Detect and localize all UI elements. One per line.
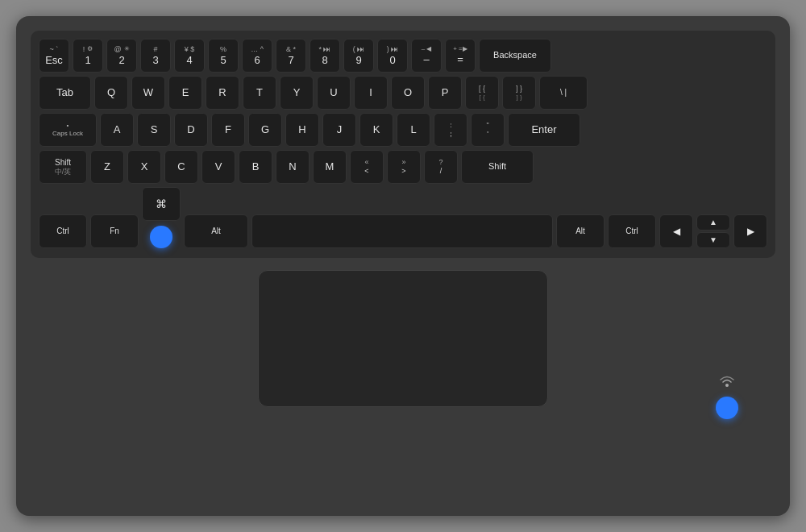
svg-point-0	[725, 384, 729, 387]
key-enter[interactable]: Enter	[508, 113, 580, 147]
key-backspace[interactable]: Backspace	[479, 39, 551, 73]
key-backslash[interactable]: \ |	[539, 76, 588, 110]
key-arrow-right[interactable]: ▶	[733, 214, 767, 248]
key-comma[interactable]: « <	[350, 150, 384, 184]
key-cmd[interactable]: ⌘	[142, 187, 181, 221]
key-7[interactable]: & * 7	[276, 39, 306, 73]
key-1[interactable]: !⚙ 1	[73, 39, 103, 73]
key-space[interactable]	[251, 214, 553, 248]
key-x[interactable]: X	[127, 150, 161, 184]
touchpad-area	[135, 266, 671, 407]
key-w[interactable]: W	[131, 76, 165, 110]
key-shift-right[interactable]: Shift	[461, 150, 534, 184]
key-fn[interactable]: Fn	[90, 214, 139, 248]
key-tab[interactable]: Tab	[39, 76, 91, 110]
key-6[interactable]: … ^ 6	[242, 39, 272, 73]
key-period[interactable]: » >	[387, 150, 421, 184]
key-r[interactable]: R	[206, 76, 239, 110]
key-g[interactable]: G	[248, 113, 282, 147]
right-side	[679, 266, 775, 427]
key-i[interactable]: I	[354, 76, 388, 110]
key-shift-left[interactable]: Shift 中/英	[39, 150, 87, 184]
key-k[interactable]: K	[359, 113, 393, 147]
key-equals[interactable]: + =▶ =	[445, 39, 476, 73]
key-2[interactable]: @✳ 2	[106, 39, 137, 73]
key-n[interactable]: N	[276, 150, 310, 184]
right-blue-dot	[716, 397, 738, 419]
key-l[interactable]: L	[397, 113, 430, 147]
key-j[interactable]: J	[322, 113, 356, 147]
cmd-key-area: ⌘	[142, 187, 181, 248]
key-row-4: Shift 中/英 Z X C V B N M « < » > ? / Sh	[39, 150, 767, 184]
key-row-1: ~ ` Esc !⚙ 1 @✳ 2 # 3 ¥ $ 4 % 5	[39, 39, 767, 73]
key-5[interactable]: % 5	[208, 39, 239, 73]
key-bracket-open[interactable]: [ { [ {	[465, 76, 499, 110]
key-u[interactable]: U	[317, 76, 351, 110]
key-esc[interactable]: ~ ` Esc	[39, 39, 69, 73]
key-8[interactable]: * ⏭ 8	[310, 39, 340, 73]
key-alt-left[interactable]: Alt	[184, 214, 248, 248]
bottom-area	[31, 266, 775, 500]
key-b[interactable]: B	[239, 150, 272, 184]
key-arrow-up[interactable]: ▲	[696, 214, 730, 231]
key-3[interactable]: # 3	[140, 39, 171, 73]
key-4[interactable]: ¥ $ 4	[174, 39, 205, 73]
key-ctrl-left[interactable]: Ctrl	[39, 214, 87, 248]
key-z[interactable]: Z	[90, 150, 124, 184]
arrow-up-down-area: ▲ ▼	[696, 214, 730, 248]
key-row-2: Tab Q W E R T Y U I O P [ { [ { ] } ] } …	[39, 76, 767, 110]
key-9[interactable]: ( ⏭ 9	[343, 39, 374, 73]
key-row-5: Ctrl Fn ⌘ Alt Alt Ctrl	[39, 187, 767, 248]
key-alt-right[interactable]: Alt	[556, 214, 604, 248]
key-o[interactable]: O	[391, 76, 425, 110]
key-ctrl-right[interactable]: Ctrl	[608, 214, 656, 248]
key-quote[interactable]: " '	[471, 113, 505, 147]
key-bracket-close[interactable]: ] } ] }	[502, 76, 536, 110]
keyboard-device: ~ ` Esc !⚙ 1 @✳ 2 # 3 ¥ $ 4 % 5	[16, 16, 790, 516]
key-row-3: • Caps Lock A S D F G H J K L ： ； " ' En…	[39, 113, 767, 147]
touchpad[interactable]	[258, 270, 548, 407]
key-t[interactable]: T	[243, 76, 276, 110]
key-d[interactable]: D	[174, 113, 208, 147]
key-e[interactable]: E	[168, 76, 202, 110]
key-slash[interactable]: ? /	[424, 150, 458, 184]
key-arrow-left[interactable]: ◀	[659, 214, 693, 248]
key-semicolon[interactable]: ： ；	[434, 113, 467, 147]
key-y[interactable]: Y	[280, 76, 314, 110]
key-caps-lock[interactable]: • Caps Lock	[39, 113, 97, 147]
key-minus[interactable]: – ◀ –	[411, 39, 442, 73]
key-c[interactable]: C	[164, 150, 198, 184]
key-arrow-down[interactable]: ▼	[696, 232, 730, 248]
cmd-blue-dot	[150, 226, 172, 248]
wireless-icon	[715, 371, 739, 390]
key-s[interactable]: S	[137, 113, 171, 147]
key-a[interactable]: A	[100, 113, 134, 147]
key-p[interactable]: P	[428, 76, 462, 110]
key-v[interactable]: V	[202, 150, 235, 184]
key-f[interactable]: F	[211, 113, 245, 147]
key-0[interactable]: ) ⏭ 0	[377, 39, 408, 73]
keyboard-area: ~ ` Esc !⚙ 1 @✳ 2 # 3 ¥ $ 4 % 5	[31, 31, 775, 258]
key-m[interactable]: M	[313, 150, 347, 184]
key-h[interactable]: H	[285, 113, 319, 147]
key-q[interactable]: Q	[94, 76, 128, 110]
